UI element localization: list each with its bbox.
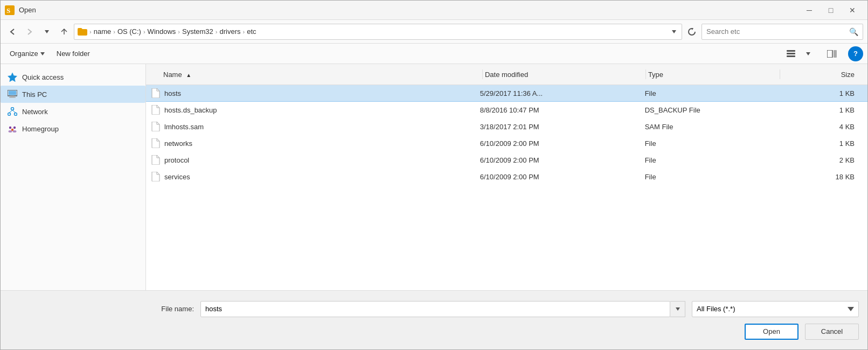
file-row[interactable]: protocol 6/10/2009 2:00 PM File 2 KB [146,152,867,169]
file-icon [150,155,161,165]
svg-rect-5 [827,50,832,58]
svg-point-21 [13,130,17,132]
new-folder-button[interactable]: New folder [52,47,95,60]
file-date: 8/8/2016 10:47 PM [480,106,645,114]
col-resizer-3 [780,69,780,79]
file-size: 1 KB [780,106,863,114]
svg-rect-9 [9,91,16,95]
svg-point-14 [15,113,17,116]
list-view-button[interactable] [783,46,798,61]
footer: File name: All Files (*.*) Open Cancel [1,290,867,349]
col-header-name[interactable]: Name ▲ [150,71,480,79]
svg-point-20 [9,130,12,132]
minimize-button[interactable]: ─ [798,1,820,20]
help-button[interactable]: ? [848,46,863,61]
file-name: services [164,173,190,181]
file-type: File [645,173,780,181]
back-button[interactable] [5,24,20,39]
col-header-type[interactable]: Type [648,71,778,79]
svg-rect-10 [10,96,15,97]
file-name: hosts.ds_backup [164,106,217,114]
file-size: 18 KB [780,173,863,181]
forward-button[interactable] [22,24,37,39]
sidebar-label-network: Network [22,108,48,116]
file-size: 4 KB [780,123,863,131]
star-icon [7,72,18,82]
title-bar-left: S Open [5,5,36,15]
file-row[interactable]: networks 6/10/2009 2:00 PM File 1 KB [146,135,867,152]
file-date: 6/10/2009 2:00 PM [480,173,645,181]
svg-point-19 [11,129,13,131]
sidebar: Quick access This PC [1,64,146,290]
breadcrumb-system32[interactable]: System32 [182,27,213,36]
breadcrumb-dropdown[interactable] [670,27,678,36]
preview-pane-button[interactable] [824,46,839,61]
col-header-date[interactable]: Date modified [485,71,643,79]
organize-button[interactable]: Organize [5,47,50,60]
col-header-size[interactable]: Size [782,71,863,79]
close-button[interactable]: ✕ [842,1,863,20]
file-icon [150,88,161,99]
search-input[interactable] [706,27,849,36]
svg-line-16 [12,110,16,113]
breadcrumb-bar[interactable]: › name › OS (C:) › Windows › System32 › … [74,24,682,40]
file-name: networks [164,139,192,148]
sidebar-item-homegroup[interactable]: Homegroup [1,120,145,137]
filename-label: File name: [161,305,194,313]
file-size: 1 KB [780,139,863,148]
breadcrumb-windows[interactable]: Windows [148,27,176,36]
folder-icon [78,28,87,36]
svg-marker-7 [8,73,17,82]
breadcrumb-this-pc[interactable]: name [94,27,112,36]
sidebar-label-quick-access: Quick access [22,73,64,81]
file-row[interactable]: services 6/10/2009 2:00 PM File 18 KB [146,169,867,185]
svg-point-13 [8,113,11,116]
breadcrumb-etc[interactable]: etc [247,27,256,36]
address-bar: › name › OS (C:) › Windows › System32 › … [1,20,867,44]
file-type: File [645,89,780,97]
file-type: DS_BACKUP File [645,106,780,114]
breadcrumb-drivers[interactable]: drivers [220,27,241,36]
breadcrumb-osc[interactable]: OS (C:) [117,27,141,36]
footer-button-row: Open Cancel [9,324,859,340]
title-bar-controls: ─ □ ✕ [798,1,863,20]
sidebar-label-this-pc: This PC [22,90,47,99]
title-bar: S Open ─ □ ✕ [1,1,867,20]
file-type: SAM File [645,123,780,131]
file-type: File [645,156,780,164]
refresh-button[interactable] [684,24,699,39]
file-row[interactable]: hosts.ds_backup 8/8/2016 10:47 PM DS_BAC… [146,102,867,118]
open-button[interactable]: Open [745,324,798,340]
filetype-select[interactable]: All Files (*.*) [692,301,859,317]
computer-icon [7,89,18,100]
svg-line-15 [9,110,12,113]
title-text: Open [19,6,36,14]
filename-input[interactable] [200,301,670,317]
file-row[interactable]: hosts 5/29/2017 11:36 A... File 1 KB [146,85,867,102]
up-button[interactable] [57,24,72,39]
view-dropdown-button[interactable] [801,46,816,61]
file-size: 2 KB [780,156,863,164]
file-date: 3/18/2017 2:01 PM [480,123,645,131]
cancel-button[interactable]: Cancel [805,324,859,340]
svg-rect-4 [787,55,795,57]
search-icon[interactable]: 🔍 [849,27,858,36]
sidebar-item-this-pc[interactable]: This PC [1,86,145,103]
filename-dropdown-button[interactable] [670,301,685,317]
col-resizer-2 [645,69,646,79]
maximize-button[interactable]: □ [820,1,842,20]
homegroup-icon [7,123,18,134]
file-icon [150,104,161,115]
dropdown-recent-button[interactable] [39,24,54,39]
file-row[interactable]: lmhosts.sam 3/18/2017 2:01 PM SAM File 4… [146,118,867,135]
open-dialog: S Open ─ □ ✕ › name › [0,0,868,350]
file-rows-container: hosts 5/29/2017 11:36 A... File 1 KB hos… [146,85,867,185]
file-name: hosts [164,89,181,97]
sidebar-item-network[interactable]: Network [1,103,145,120]
sort-arrow: ▲ [186,72,191,78]
sidebar-label-homegroup: Homegroup [22,125,59,133]
svg-rect-6 [834,50,837,58]
svg-point-17 [9,127,11,129]
sidebar-item-quick-access[interactable]: Quick access [1,68,145,86]
app-icon: S [5,5,15,15]
